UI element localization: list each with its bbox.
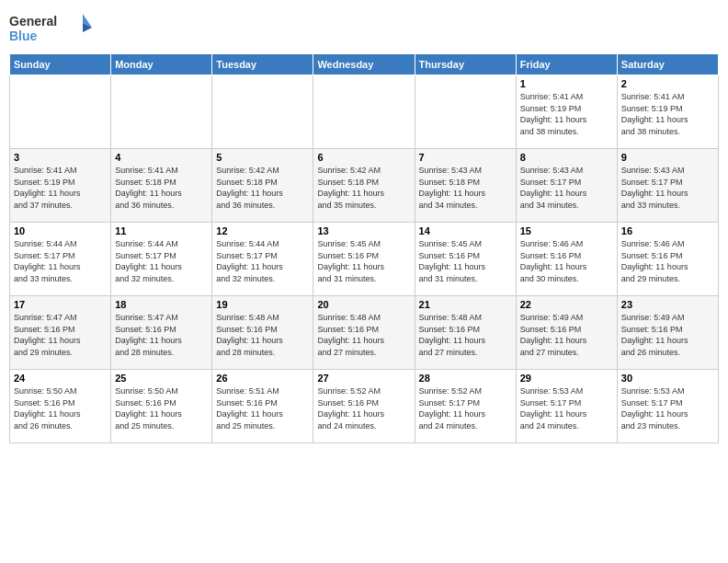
weekday-header-tuesday: Tuesday — [212, 54, 313, 75]
day-number: 19 — [216, 299, 309, 310]
calendar-cell: 24Sunrise: 5:50 AM Sunset: 5:16 PM Dayli… — [10, 370, 111, 443]
day-number: 25 — [115, 373, 208, 384]
day-number: 15 — [520, 225, 613, 236]
weekday-header-sunday: Sunday — [10, 54, 111, 75]
week-row-5: 24Sunrise: 5:50 AM Sunset: 5:16 PM Dayli… — [10, 370, 719, 443]
calendar-cell: 15Sunrise: 5:46 AM Sunset: 5:16 PM Dayli… — [516, 223, 617, 296]
calendar-cell: 14Sunrise: 5:45 AM Sunset: 5:16 PM Dayli… — [415, 223, 516, 296]
day-number: 27 — [317, 373, 410, 384]
weekday-header-row: SundayMondayTuesdayWednesdayThursdayFrid… — [10, 54, 719, 75]
calendar-cell: 21Sunrise: 5:48 AM Sunset: 5:16 PM Dayli… — [415, 296, 516, 370]
calendar-cell: 7Sunrise: 5:43 AM Sunset: 5:18 PM Daylig… — [415, 149, 516, 223]
week-row-3: 10Sunrise: 5:44 AM Sunset: 5:17 PM Dayli… — [10, 223, 719, 296]
day-info: Sunrise: 5:44 AM Sunset: 5:17 PM Dayligh… — [115, 238, 208, 284]
calendar-cell: 20Sunrise: 5:48 AM Sunset: 5:16 PM Dayli… — [313, 296, 415, 370]
day-number: 8 — [520, 152, 613, 163]
day-number: 23 — [621, 299, 714, 310]
calendar-cell: 5Sunrise: 5:42 AM Sunset: 5:18 PM Daylig… — [212, 149, 313, 223]
day-info: Sunrise: 5:48 AM Sunset: 5:16 PM Dayligh… — [317, 312, 410, 358]
day-info: Sunrise: 5:42 AM Sunset: 5:18 PM Dayligh… — [216, 165, 309, 211]
calendar-cell: 1Sunrise: 5:41 AM Sunset: 5:19 PM Daylig… — [516, 75, 617, 149]
calendar-cell — [313, 75, 415, 149]
calendar-cell: 27Sunrise: 5:52 AM Sunset: 5:16 PM Dayli… — [313, 370, 415, 443]
day-info: Sunrise: 5:45 AM Sunset: 5:16 PM Dayligh… — [419, 238, 512, 284]
calendar-cell: 6Sunrise: 5:42 AM Sunset: 5:18 PM Daylig… — [313, 149, 415, 223]
day-number: 6 — [317, 152, 410, 163]
day-info: Sunrise: 5:50 AM Sunset: 5:16 PM Dayligh… — [14, 385, 107, 431]
day-number: 14 — [419, 225, 512, 236]
calendar-cell: 18Sunrise: 5:47 AM Sunset: 5:16 PM Dayli… — [111, 296, 212, 370]
day-info: Sunrise: 5:49 AM Sunset: 5:16 PM Dayligh… — [621, 312, 714, 358]
day-info: Sunrise: 5:50 AM Sunset: 5:16 PM Dayligh… — [115, 385, 208, 431]
day-info: Sunrise: 5:41 AM Sunset: 5:19 PM Dayligh… — [14, 165, 107, 211]
calendar-cell: 13Sunrise: 5:45 AM Sunset: 5:16 PM Dayli… — [313, 223, 415, 296]
day-number: 9 — [621, 152, 714, 163]
day-number: 13 — [317, 225, 410, 236]
calendar-table: SundayMondayTuesdayWednesdayThursdayFrid… — [9, 53, 719, 443]
logo-svg: General Blue — [9, 9, 92, 46]
svg-text:General: General — [9, 14, 57, 29]
day-info: Sunrise: 5:53 AM Sunset: 5:17 PM Dayligh… — [520, 385, 613, 431]
day-number: 29 — [520, 373, 613, 384]
calendar-cell — [415, 75, 516, 149]
weekday-header-wednesday: Wednesday — [313, 54, 415, 75]
calendar-cell: 23Sunrise: 5:49 AM Sunset: 5:16 PM Dayli… — [617, 296, 718, 370]
svg-text:Blue: Blue — [9, 29, 38, 43]
calendar-cell: 11Sunrise: 5:44 AM Sunset: 5:17 PM Dayli… — [111, 223, 212, 296]
day-number: 1 — [520, 78, 613, 89]
week-row-2: 3Sunrise: 5:41 AM Sunset: 5:19 PM Daylig… — [10, 149, 719, 223]
day-number: 16 — [621, 225, 714, 236]
calendar-cell: 10Sunrise: 5:44 AM Sunset: 5:17 PM Dayli… — [10, 223, 111, 296]
weekday-header-friday: Friday — [516, 54, 617, 75]
day-info: Sunrise: 5:44 AM Sunset: 5:17 PM Dayligh… — [216, 238, 309, 284]
header: General Blue — [9, 9, 719, 46]
weekday-header-thursday: Thursday — [415, 54, 516, 75]
calendar-cell: 26Sunrise: 5:51 AM Sunset: 5:16 PM Dayli… — [212, 370, 313, 443]
page: General Blue SundayMondayTuesdayWednesda… — [0, 0, 728, 563]
day-number: 26 — [216, 373, 309, 384]
day-info: Sunrise: 5:43 AM Sunset: 5:17 PM Dayligh… — [520, 165, 613, 211]
day-info: Sunrise: 5:43 AM Sunset: 5:18 PM Dayligh… — [419, 165, 512, 211]
day-info: Sunrise: 5:49 AM Sunset: 5:16 PM Dayligh… — [520, 312, 613, 358]
calendar-cell: 2Sunrise: 5:41 AM Sunset: 5:19 PM Daylig… — [617, 75, 718, 149]
calendar-cell — [111, 75, 212, 149]
day-number: 11 — [115, 225, 208, 236]
day-info: Sunrise: 5:53 AM Sunset: 5:17 PM Dayligh… — [621, 385, 714, 431]
day-number: 28 — [419, 373, 512, 384]
day-info: Sunrise: 5:52 AM Sunset: 5:17 PM Dayligh… — [419, 385, 512, 431]
logo: General Blue — [9, 9, 92, 46]
calendar-cell: 9Sunrise: 5:43 AM Sunset: 5:17 PM Daylig… — [617, 149, 718, 223]
day-info: Sunrise: 5:43 AM Sunset: 5:17 PM Dayligh… — [621, 165, 714, 211]
calendar-cell — [212, 75, 313, 149]
calendar-cell: 22Sunrise: 5:49 AM Sunset: 5:16 PM Dayli… — [516, 296, 617, 370]
week-row-1: 1Sunrise: 5:41 AM Sunset: 5:19 PM Daylig… — [10, 75, 719, 149]
day-info: Sunrise: 5:44 AM Sunset: 5:17 PM Dayligh… — [14, 238, 107, 284]
weekday-header-saturday: Saturday — [617, 54, 718, 75]
day-info: Sunrise: 5:42 AM Sunset: 5:18 PM Dayligh… — [317, 165, 410, 211]
calendar-cell: 29Sunrise: 5:53 AM Sunset: 5:17 PM Dayli… — [516, 370, 617, 443]
day-info: Sunrise: 5:45 AM Sunset: 5:16 PM Dayligh… — [317, 238, 410, 284]
day-number: 3 — [14, 152, 107, 163]
day-number: 24 — [14, 373, 107, 384]
calendar-cell: 4Sunrise: 5:41 AM Sunset: 5:18 PM Daylig… — [111, 149, 212, 223]
day-info: Sunrise: 5:51 AM Sunset: 5:16 PM Dayligh… — [216, 385, 309, 431]
day-info: Sunrise: 5:48 AM Sunset: 5:16 PM Dayligh… — [216, 312, 309, 358]
day-number: 5 — [216, 152, 309, 163]
day-info: Sunrise: 5:48 AM Sunset: 5:16 PM Dayligh… — [419, 312, 512, 358]
day-number: 7 — [419, 152, 512, 163]
calendar-cell: 19Sunrise: 5:48 AM Sunset: 5:16 PM Dayli… — [212, 296, 313, 370]
day-number: 20 — [317, 299, 410, 310]
day-number: 21 — [419, 299, 512, 310]
day-number: 17 — [14, 299, 107, 310]
week-row-4: 17Sunrise: 5:47 AM Sunset: 5:16 PM Dayli… — [10, 296, 719, 370]
calendar-cell — [10, 75, 111, 149]
day-info: Sunrise: 5:41 AM Sunset: 5:18 PM Dayligh… — [115, 165, 208, 211]
day-number: 12 — [216, 225, 309, 236]
calendar-cell: 8Sunrise: 5:43 AM Sunset: 5:17 PM Daylig… — [516, 149, 617, 223]
weekday-header-monday: Monday — [111, 54, 212, 75]
day-info: Sunrise: 5:46 AM Sunset: 5:16 PM Dayligh… — [520, 238, 613, 284]
day-number: 18 — [115, 299, 208, 310]
day-info: Sunrise: 5:47 AM Sunset: 5:16 PM Dayligh… — [115, 312, 208, 358]
day-number: 30 — [621, 373, 714, 384]
calendar-cell: 16Sunrise: 5:46 AM Sunset: 5:16 PM Dayli… — [617, 223, 718, 296]
